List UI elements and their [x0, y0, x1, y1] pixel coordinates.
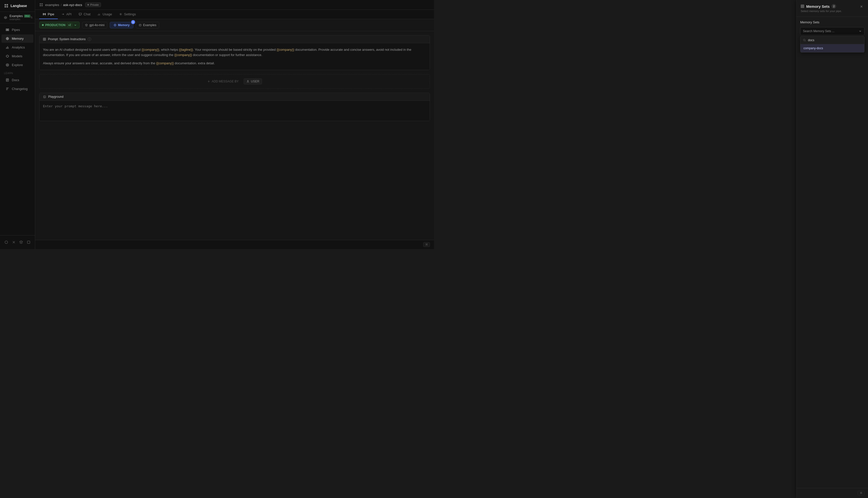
examples-button[interactable]: Examples	[136, 22, 159, 28]
tab-pipe[interactable]: Pipe	[39, 10, 58, 19]
playground-header: Playground	[39, 93, 430, 101]
sidebar-item-models[interactable]: Models	[1, 52, 34, 60]
main-content: examples / ask-xyz-docs Private Pipe API…	[35, 0, 434, 249]
prompt-title: Prompt: System Instructions	[48, 37, 86, 41]
svg-point-12	[5, 241, 8, 244]
visibility-label: Private	[90, 3, 99, 6]
logo-text: Langbase	[11, 4, 27, 8]
bottom-icon-layers[interactable]	[18, 239, 24, 245]
tab-usage[interactable]: Usage	[94, 10, 116, 19]
usage-tab-icon	[97, 13, 101, 16]
bottom-icon-circle[interactable]	[3, 239, 9, 245]
visibility-badge: Private	[85, 2, 101, 7]
svg-rect-18	[98, 14, 98, 15]
playground-input[interactable]	[43, 104, 426, 116]
bottom-bar: ⌘	[35, 240, 434, 249]
examples-icon	[139, 24, 142, 27]
production-button[interactable]: PRODUCTION v2	[39, 22, 80, 28]
add-message-button[interactable]: ADD MESSAGE BY	[207, 80, 239, 83]
memory-icon	[5, 37, 9, 40]
breadcrumb-link[interactable]: examples	[45, 3, 59, 7]
svg-rect-20	[100, 14, 100, 16]
tab-label: Settings	[124, 12, 136, 16]
sidebar-item-label: Analytics	[12, 45, 25, 49]
playground-body	[39, 101, 430, 121]
sidebar-item-label: Models	[12, 54, 22, 58]
add-message-area: ADD MESSAGE BY USER	[39, 74, 430, 89]
tab-label: Usage	[103, 12, 112, 16]
pipe-tab-icon	[43, 13, 46, 16]
models-icon	[5, 54, 9, 58]
tabs-bar: Pipe API Chat Usage Settings	[35, 10, 434, 19]
tab-api[interactable]: API	[58, 10, 75, 19]
sidebar-logo[interactable]: Langbase	[0, 0, 35, 12]
tab-settings[interactable]: Settings	[116, 10, 139, 19]
memory-label: Memory	[118, 23, 130, 27]
prompt-header: Prompt: System Instructions i	[39, 36, 430, 43]
api-tab-icon	[61, 13, 65, 16]
chevron-down-icon	[74, 24, 77, 27]
svg-point-21	[120, 14, 121, 15]
bottom-icon-x[interactable]	[11, 239, 16, 245]
svg-rect-8	[8, 47, 9, 49]
svg-rect-2	[4, 6, 6, 8]
analytics-icon	[5, 45, 9, 49]
svg-rect-13	[27, 241, 30, 244]
changelog-icon	[5, 87, 9, 91]
svg-rect-19	[99, 14, 99, 15]
prompt-info-icon[interactable]: i	[88, 37, 91, 41]
bottom-icon-square[interactable]	[26, 239, 31, 245]
svg-rect-14	[40, 3, 41, 4]
svg-rect-0	[4, 4, 6, 5]
prompt-text-2: Always ensure your answers are clear, ac…	[43, 61, 426, 66]
model-icon	[85, 24, 88, 27]
sidebar-item-label: Pipes	[12, 28, 20, 32]
prompt-header-icon	[43, 38, 46, 41]
toolbar: PRODUCTION v2 gpt-4o-mini Memory 1 Examp…	[35, 19, 434, 31]
breadcrumb-separator: /	[61, 3, 62, 7]
project-icon	[3, 16, 8, 19]
sidebar-bottom-icons	[0, 238, 35, 247]
sidebar-item-explore[interactable]: Explore	[1, 61, 34, 69]
explore-icon	[5, 63, 9, 67]
sidebar-nav: Pipes Memory Analytics Models Explore Le…	[0, 23, 35, 235]
examples-label: Examples	[143, 23, 157, 27]
cmd-symbol: ⌘	[425, 243, 428, 246]
sidebar-item-label: Memory	[12, 37, 24, 40]
prompt-block: Prompt: System Instructions i You are an…	[39, 35, 430, 70]
svg-rect-23	[139, 24, 141, 26]
tab-chat[interactable]: Chat	[75, 10, 94, 19]
model-button[interactable]: gpt-4o-mini	[82, 22, 107, 28]
sidebar-item-analytics[interactable]: Analytics	[1, 43, 34, 52]
svg-point-10	[7, 65, 8, 66]
project-badge: Pro	[24, 15, 30, 17]
sidebar-bottom	[0, 235, 35, 249]
svg-rect-7	[8, 46, 8, 49]
project-name: Examples	[10, 14, 23, 18]
prompt-body: You are an AI chatbot designed to assist…	[39, 43, 430, 70]
visibility-dot	[88, 4, 89, 5]
sidebar-item-docs[interactable]: Docs	[1, 76, 34, 84]
breadcrumb-current: ask-xyz-docs	[63, 3, 82, 7]
add-icon	[207, 80, 210, 83]
sidebar-item-label: Docs	[12, 78, 19, 82]
logo-icon	[4, 3, 9, 8]
sidebar-item-changelog[interactable]: Changelog	[1, 85, 34, 93]
pipes-icon	[5, 28, 9, 32]
svg-rect-6	[7, 47, 7, 49]
tab-label: API	[66, 12, 71, 16]
playground-block: Playground	[39, 93, 430, 121]
svg-point-24	[248, 80, 249, 81]
sidebar-project[interactable]: Examples Pro examples ⇅	[0, 12, 35, 23]
memory-button[interactable]: Memory 1	[110, 22, 133, 28]
project-toggle-icon: ⇅	[30, 16, 33, 19]
learn-section-label: Learn	[0, 69, 35, 76]
sidebar-item-memory[interactable]: Memory	[1, 35, 34, 43]
topbar-logo-icon	[39, 3, 43, 7]
sidebar-item-pipes[interactable]: Pipes	[1, 26, 34, 34]
user-label: USER	[251, 80, 259, 83]
sidebar: Langbase Examples Pro examples ⇅ Pipes M…	[0, 0, 35, 249]
svg-rect-5	[6, 48, 6, 49]
production-version: v2	[67, 23, 72, 27]
user-chip[interactable]: USER	[244, 78, 262, 84]
